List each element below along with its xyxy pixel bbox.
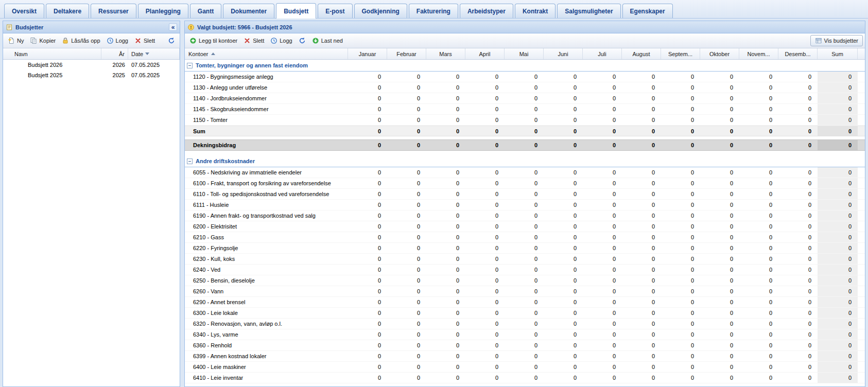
column-header-februar[interactable]: Februar (387, 48, 426, 59)
group-sum-row[interactable]: Sum0000000000000 (185, 126, 865, 136)
account-row[interactable]: 6250 - Bensin, dieselolje0000000000000 (185, 275, 865, 286)
account-row[interactable]: 6320 - Renovasjon, vann, avløp o.l.00000… (185, 319, 865, 329)
column-header-juni[interactable]: Juni (544, 48, 583, 59)
account-row[interactable]: 1145 - Skogbrukseiendommer0000000000000 (185, 104, 865, 115)
account-row[interactable]: 6200 - Elektrisitet0000000000000 (185, 221, 865, 232)
account-row[interactable]: 6399 - Annen kostnad lokaler000000000000… (185, 351, 865, 362)
column-header-ar[interactable]: År (101, 48, 128, 59)
account-row[interactable]: 6400 - Leie maskiner0000000000000 (185, 362, 865, 373)
account-row[interactable]: 6340 - Lys, varme0000000000000 (185, 329, 865, 340)
logg-button[interactable]: Logg (104, 36, 131, 46)
column-header-septem[interactable]: Septem... (661, 48, 700, 59)
budget-list-row[interactable]: Budsjett 2026202607.05.2025 (3, 60, 180, 70)
tab-planlegging[interactable]: Planlegging (138, 4, 188, 18)
tab-salgsmuligheter[interactable]: Salgsmuligheter (557, 4, 620, 18)
month-value: 0 (505, 319, 544, 329)
tab-egenskaper[interactable]: Egenskaper (622, 4, 673, 18)
month-value: 0 (505, 308, 544, 318)
account-row[interactable]: 1120 - Bygningsmessige anlegg00000000000… (185, 72, 865, 82)
group-header-row[interactable]: Andre driftskostnader (185, 155, 865, 167)
account-row[interactable]: 1140 - Jordbrukseiendommer0000000000000 (185, 93, 865, 104)
tab-deltakere[interactable]: Deltakere (46, 4, 89, 18)
row-filler (858, 104, 865, 114)
button-label: Last ned (321, 38, 343, 44)
tab-e-post[interactable]: E-post (318, 4, 352, 18)
month-value: 0 (661, 104, 700, 114)
column-header-juli[interactable]: Juli (583, 48, 622, 59)
legg-til-kontoer-button[interactable]: Legg til kontoer (187, 36, 240, 46)
month-value: 0 (465, 104, 505, 114)
month-value: 0 (661, 340, 700, 350)
month-value: 0 (426, 243, 465, 253)
account-row[interactable]: 6260 - Vann0000000000000 (185, 286, 865, 297)
tab-fakturering[interactable]: Fakturering (409, 4, 458, 18)
account-row[interactable]: 6360 - Renhold0000000000000 (185, 340, 865, 351)
column-header-date[interactable]: Date (128, 48, 180, 59)
account-row[interactable]: 6055 - Nedskriving av immatrielle eiende… (185, 167, 865, 178)
account-row[interactable]: 6111 - Husleie0000000000000 (185, 200, 865, 210)
column-header-kontoer[interactable]: Kontoer (185, 48, 348, 59)
column-header-desemb[interactable]: Desemb... (778, 48, 818, 59)
account-row[interactable]: 6240 - Ved0000000000000 (185, 265, 865, 275)
month-value: 0 (426, 362, 465, 372)
account-label: 6400 - Leie maskiner (185, 362, 348, 372)
month-value: 0 (622, 140, 661, 150)
collapse-group-icon[interactable] (187, 159, 193, 164)
tab-arbeidstyper[interactable]: Arbeidstyper (460, 4, 513, 18)
refresh-budsjetter-button[interactable] (165, 36, 178, 46)
tab-dokumenter[interactable]: Dokumenter (223, 4, 274, 18)
account-row[interactable]: 6230 - Kull, koks0000000000000 (185, 254, 865, 265)
column-header-sum[interactable]: Sum (818, 48, 858, 59)
column-header-label: Mai (519, 51, 529, 57)
column-header-oktober[interactable]: Oktober (700, 48, 739, 59)
month-value: 0 (583, 265, 622, 275)
group-header-row[interactable]: Tomter, bygninger og annen fast eiendom (185, 60, 865, 72)
budget-detail-panel: Valgt budsjett: 5966 - Budsjett 2026 Leg… (184, 21, 865, 387)
tab-oversikt[interactable]: Oversikt (4, 4, 44, 18)
account-row[interactable]: 6100 - Frakt, transport og forsikring av… (185, 178, 865, 189)
column-header-novem[interactable]: Novem... (739, 48, 778, 59)
tab-godkjenning[interactable]: Godkjenning (354, 4, 407, 18)
kopier-button[interactable]: Kopier (27, 36, 58, 46)
sum-value: 0 (818, 265, 858, 275)
account-row[interactable]: 1130 - Anlegg under utførelse00000000000… (185, 82, 865, 93)
month-value: 0 (622, 254, 661, 264)
column-header-august[interactable]: August (622, 48, 661, 59)
tab-gantt[interactable]: Gantt (190, 4, 221, 18)
month-value: 0 (739, 200, 778, 210)
account-row[interactable]: 1150 - Tomter0000000000000 (185, 115, 865, 126)
last-ned-button[interactable]: Last ned (309, 36, 345, 46)
slett-budsjett-linje-button[interactable]: Slett (241, 36, 267, 46)
tab-budsjett[interactable]: Budsjett (276, 3, 316, 19)
account-row[interactable]: 6110 - Toll- og spedisjonskostnad ved va… (185, 189, 865, 200)
column-header-april[interactable]: April (465, 48, 505, 59)
las-las-opp-button[interactable]: Lås/lås opp (59, 36, 102, 46)
month-value: 0 (505, 340, 544, 350)
column-header-januar[interactable]: Januar (348, 48, 387, 59)
column-header-navn[interactable]: Navn (3, 48, 101, 59)
account-row[interactable]: 6290 - Annet brensel0000000000000 (185, 297, 865, 308)
collapse-panel-button[interactable]: « (169, 23, 177, 31)
account-row[interactable]: 6410 - Leie inventar0000000000000 (185, 373, 865, 383)
refresh-budsjett-button[interactable] (296, 36, 308, 46)
column-header-mars[interactable]: Mars (426, 48, 465, 59)
column-header-mai[interactable]: Mai (505, 48, 544, 59)
dekningsbidrag-row[interactable]: Dekningsbidrag0000000000000 (185, 139, 865, 151)
slett-button[interactable]: Slett (132, 36, 158, 46)
account-row[interactable]: 6220 - Fyringsolje0000000000000 (185, 243, 865, 254)
tab-kontrakt[interactable]: Kontrakt (515, 4, 555, 18)
account-row[interactable]: 6300 - Leie lokale0000000000000 (185, 308, 865, 319)
month-value: 0 (700, 232, 739, 242)
account-label: 6111 - Husleie (185, 200, 348, 210)
month-value: 0 (700, 189, 739, 199)
account-row[interactable]: 6190 - Annen frakt- og transportkostnad … (185, 210, 865, 221)
month-value: 0 (778, 72, 818, 82)
vis-budsjetter-button[interactable]: Vis budsjetter (810, 35, 863, 46)
month-value: 0 (739, 275, 778, 286)
budget-list-row[interactable]: Budsjett 2025202507.05.2025 (3, 70, 180, 80)
ny-button[interactable]: Ny (5, 36, 26, 46)
collapse-group-icon[interactable] (187, 63, 193, 68)
account-row[interactable]: 6210 - Gass0000000000000 (185, 232, 865, 243)
logg-budsjett-button[interactable]: Logg (268, 36, 294, 46)
tab-ressurser[interactable]: Ressurser (91, 4, 136, 18)
